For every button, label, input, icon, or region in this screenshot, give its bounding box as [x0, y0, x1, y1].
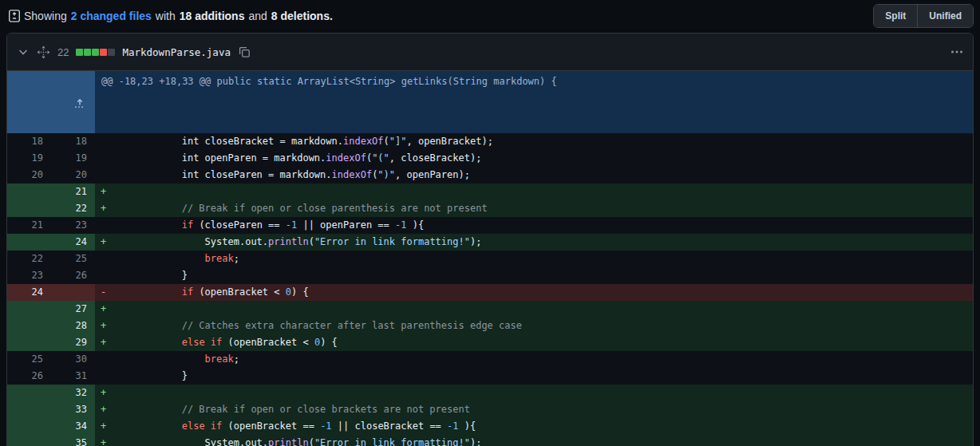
diff-marker: -: [95, 284, 113, 301]
code-token: || openParen ==: [297, 219, 395, 231]
old-line-number[interactable]: [7, 184, 51, 200]
code-token: ) {: [320, 337, 338, 348]
diff-row: 32+: [7, 385, 973, 401]
old-line-number[interactable]: 24: [7, 284, 51, 301]
diff-row: 24+ System.out.println("Error in link fo…: [7, 234, 973, 251]
diff-marker: +: [95, 418, 113, 435]
old-line-number[interactable]: [7, 200, 51, 217]
old-line-number[interactable]: [7, 435, 51, 446]
diffstat-square-add: [92, 49, 99, 56]
new-line-number[interactable]: 31: [51, 368, 95, 385]
old-line-number[interactable]: [7, 234, 51, 251]
code-line: break;: [113, 351, 973, 368]
diff-summary-text: Showing2 changed fileswith18 additionsan…: [24, 10, 337, 22]
old-line-number[interactable]: [7, 318, 51, 334]
old-line-number[interactable]: [7, 401, 51, 418]
new-line-number[interactable]: 26: [51, 267, 95, 284]
old-line-number[interactable]: 26: [7, 368, 51, 385]
code-token: -1: [395, 219, 406, 231]
new-line-number[interactable]: [51, 284, 95, 301]
old-line-number[interactable]: 21: [7, 217, 51, 234]
diff-marker: [95, 217, 113, 234]
diff-marker: [95, 150, 113, 167]
old-line-number[interactable]: 18: [7, 133, 51, 150]
diff-marker: [95, 267, 113, 284]
old-line-number[interactable]: 20: [7, 167, 51, 184]
diff-row: 28+ // Catches extra character after las…: [7, 318, 973, 334]
unified-view-button[interactable]: Unified: [917, 5, 973, 27]
changed-lines-count: 22: [57, 46, 69, 58]
code-token: [113, 219, 182, 231]
code-token: // Catches extra character after last pa…: [113, 320, 522, 331]
kebab-menu-icon[interactable]: [950, 45, 963, 58]
diff-marker: +: [95, 401, 113, 418]
new-line-number[interactable]: 25: [51, 251, 95, 267]
code-token: (openBracket ==: [222, 420, 320, 432]
view-mode-toggle: Split Unified: [873, 4, 974, 28]
expand-hunk-button[interactable]: [7, 71, 95, 133]
file-header: 22 MarkdownParse.java: [7, 34, 973, 71]
code-token: else: [182, 420, 205, 432]
old-line-number[interactable]: 23: [7, 267, 51, 284]
new-line-number[interactable]: 33: [51, 401, 95, 418]
code-token: );: [470, 437, 481, 446]
code-token: println: [268, 236, 309, 247]
code-token: [205, 420, 211, 432]
new-line-number[interactable]: 32: [51, 385, 95, 401]
diff-marker: +: [95, 435, 113, 446]
chevron-down-icon[interactable]: [17, 45, 30, 58]
diff-marker: [95, 351, 113, 368]
old-line-number[interactable]: [7, 385, 51, 401]
new-line-number[interactable]: 34: [51, 418, 95, 435]
new-line-number[interactable]: 30: [51, 351, 95, 368]
new-line-number[interactable]: 21: [51, 184, 95, 200]
code-token: ){: [406, 219, 424, 231]
code-line: }: [113, 267, 973, 284]
diffstat-square-del: [100, 49, 107, 56]
new-line-number[interactable]: 22: [51, 200, 95, 217]
new-line-number[interactable]: 20: [51, 167, 95, 184]
diff-row: 27+: [7, 301, 973, 318]
code-token: "Error in link formatting!": [314, 437, 470, 446]
new-line-number[interactable]: 29: [51, 334, 95, 351]
new-line-number[interactable]: 27: [51, 301, 95, 318]
old-line-number[interactable]: [7, 334, 51, 351]
code-token: [113, 286, 182, 298]
diff-row: 35+ System.out.println("Error in link fo…: [7, 435, 973, 446]
code-token: "Error in link formatting!": [314, 236, 470, 247]
old-line-number[interactable]: [7, 301, 51, 318]
changed-files-link[interactable]: 2 changed files: [71, 10, 152, 22]
code-line: [113, 301, 973, 318]
diff-marker: +: [95, 334, 113, 351]
new-line-number[interactable]: 18: [51, 133, 95, 150]
old-line-number[interactable]: 25: [7, 351, 51, 368]
new-line-number[interactable]: 28: [51, 318, 95, 334]
diffstat-square-add: [76, 49, 83, 56]
file-name-link[interactable]: MarkdownParse.java: [122, 46, 230, 58]
code-token: (openBracket <: [193, 286, 286, 298]
new-line-number[interactable]: 35: [51, 435, 95, 446]
new-line-number[interactable]: 19: [51, 150, 95, 167]
code-line: if (openBracket < 0) {: [113, 284, 973, 301]
diffstat-squares: [76, 49, 115, 56]
diff-row: 34+ else if (openBracket == -1 || closeB…: [7, 418, 973, 435]
old-line-number[interactable]: 22: [7, 251, 51, 267]
new-line-number[interactable]: 24: [51, 234, 95, 251]
new-line-number[interactable]: 23: [51, 217, 95, 234]
split-view-button[interactable]: Split: [874, 5, 917, 27]
diff-marker: +: [95, 301, 113, 318]
old-line-number[interactable]: [7, 418, 51, 435]
diff-marker: +: [95, 385, 113, 401]
code-line: break;: [113, 251, 973, 267]
code-token: || closeBracket ==: [332, 420, 448, 432]
code-token: if: [211, 337, 222, 348]
code-token: // Break if open or close parenthesis ar…: [113, 203, 488, 214]
diff-row: 1818 int closeBracket = markdown.indexOf…: [7, 133, 973, 150]
code-token: [205, 337, 211, 348]
move-handle-icon[interactable]: [37, 45, 50, 59]
diff-row: 2326 }: [7, 267, 973, 284]
copy-path-icon[interactable]: [238, 45, 251, 58]
code-line: int closeBracket = markdown.indexOf("]",…: [113, 133, 973, 150]
old-line-number[interactable]: 19: [7, 150, 51, 167]
diffstat-square-neutral: [108, 49, 115, 56]
